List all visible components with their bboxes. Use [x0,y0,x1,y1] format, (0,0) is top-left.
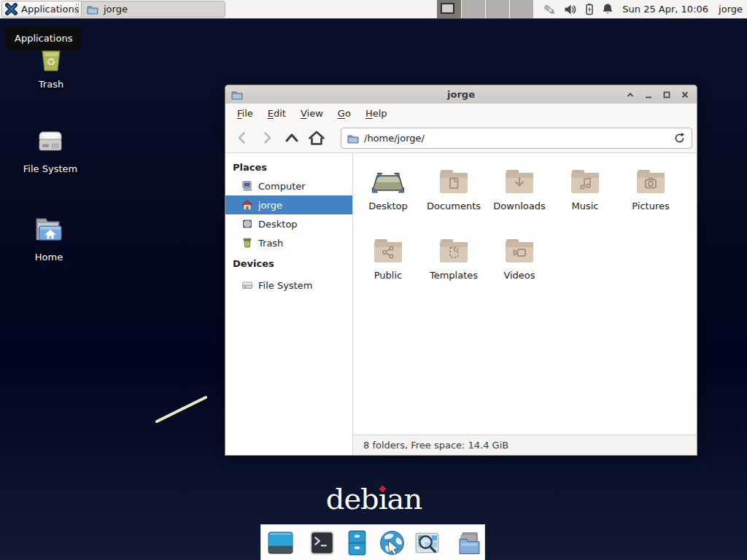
folder-templates-icon [421,233,487,268]
sidebar: Places Computer jorge [225,153,353,455]
file-manager-window: jorge File Edit View Go Help [225,85,697,456]
system-tray [543,3,614,16]
menu-help[interactable]: Help [358,105,395,122]
file-view[interactable]: Desktop Documents [354,153,697,435]
folder-pictures-icon [618,163,684,198]
debian-logo: debıan [314,480,434,518]
menubar: File Edit View Go Help [225,104,697,123]
up-button[interactable] [279,127,304,149]
web-browser-icon[interactable] [378,529,406,557]
desktop-icon-file-system[interactable]: File System [10,124,90,174]
stylus-icon[interactable] [543,3,557,16]
sidebar-item-label: jorge [258,200,282,211]
computer-icon [241,180,253,192]
statusbar: 8 folders, Free space: 14.4 GiB [353,435,697,455]
sidebar-item-jorge[interactable]: jorge [225,195,352,214]
workspace-3[interactable] [485,0,509,18]
menu-go[interactable]: Go [330,105,358,122]
drive-icon [241,279,253,291]
svg-text:♻: ♻ [46,55,55,69]
drive-icon [10,124,90,160]
workspace-window-miniature [441,3,454,14]
sidebar-item-label: Desktop [258,219,298,230]
sidebar-item-desktop[interactable]: Desktop [225,214,352,233]
trash-icon [241,237,253,249]
workspace-switcher [437,0,533,18]
bottom-dock [260,524,485,560]
applications-menu-label: Applications [21,4,79,15]
workspace-2[interactable] [461,0,485,18]
desktop-icon-home-label: Home [9,252,89,262]
forward-button[interactable] [255,127,279,149]
menu-view[interactable]: View [293,105,330,122]
statusbar-text: 8 folders, Free space: 14.4 GiB [363,440,508,451]
file-item-pictures[interactable]: Pictures [618,160,684,230]
workspace-1[interactable] [437,0,461,18]
menu-edit[interactable]: Edit [260,105,293,122]
file-item-label: Music [552,201,618,211]
taskbar-window-button[interactable]: jorge [81,1,225,18]
reload-icon[interactable] [673,132,686,144]
file-item-label: Public [355,270,421,281]
panel-handle[interactable] [76,4,79,15]
workspace-4[interactable] [509,0,533,18]
folder-music-icon [552,163,618,198]
file-item-templates[interactable]: Templates [421,230,487,299]
path-bar[interactable] [341,128,692,149]
file-item-label: Desktop [355,201,421,211]
menu-file[interactable]: File [230,105,260,122]
home-button[interactable] [304,127,329,149]
file-item-downloads[interactable]: Downloads [487,160,552,230]
applications-menu-button[interactable]: Applications [1,1,86,18]
applications-tooltip-text: Applications [15,33,72,44]
path-input[interactable] [364,133,668,144]
sidebar-heading-places: Places [225,159,352,176]
sidebar-item-file-system[interactable]: File System [225,276,352,295]
file-item-public[interactable]: Public [355,230,421,299]
app-finder-icon[interactable] [413,529,441,557]
home-icon [241,199,253,211]
desktop-icon-file-system-label: File System [10,163,90,174]
file-manager-icon[interactable] [343,529,371,557]
notifications-bell-icon[interactable] [602,3,614,15]
desktop-icon [241,218,253,230]
file-item-documents[interactable]: Documents [421,160,487,230]
file-item-label: Videos [487,270,552,281]
file-item-music[interactable]: Music [552,160,618,230]
desktop-icon-home[interactable]: Home [9,212,89,262]
taskbar-window-label: jorge [104,4,128,15]
back-button[interactable] [230,127,255,149]
sidebar-heading-devices: Devices [225,255,352,273]
window-titlebar[interactable]: jorge [225,85,697,104]
folder-downloads-icon [487,163,552,198]
path-folder-icon [347,133,359,144]
toolbar [225,123,697,153]
directory-menu-icon[interactable] [454,529,483,557]
folder-videos-icon [487,233,552,268]
applications-tooltip: Applications [6,26,82,50]
battery-icon[interactable] [584,3,595,15]
sidebar-item-computer[interactable]: Computer [225,176,352,195]
show-desktop-icon[interactable] [266,529,295,557]
desktop-special-icon [355,163,421,198]
file-item-label: Templates [421,270,487,281]
close-button[interactable] [681,90,689,99]
panel-username: jorge [719,4,743,15]
panel-clock[interactable]: Sun 25 Apr, 10:06 [622,4,708,15]
file-item-label: Downloads [487,201,552,211]
file-item-desktop[interactable]: Desktop [355,160,421,230]
file-item-videos[interactable]: Videos [487,230,552,299]
paint-stroke [146,390,215,430]
maximize-button[interactable] [662,90,671,99]
top-panel: Applications jorge [0,0,747,19]
xfce-x-icon [5,3,18,15]
volume-icon[interactable] [564,4,577,15]
desktop-icon-trash-label: Trash [11,79,91,90]
sidebar-item-label: Computer [258,181,306,192]
minimize-button[interactable] [644,90,653,99]
sidebar-item-label: File System [258,280,312,291]
sidebar-item-trash[interactable]: Trash [225,233,352,252]
shade-button[interactable] [626,90,635,99]
folder-documents-icon [421,163,487,198]
terminal-icon[interactable] [308,529,336,557]
